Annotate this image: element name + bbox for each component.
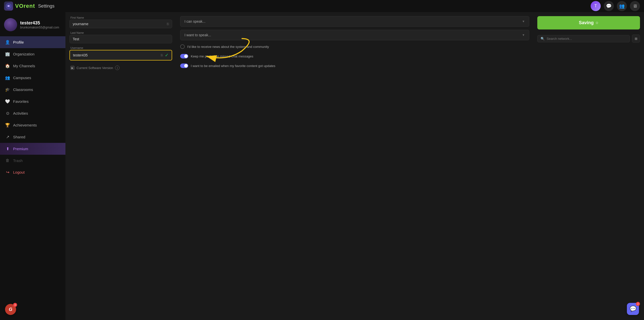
premium-icon: ⬆ [5,146,10,151]
form-panel: First Name ⎘ Last Name Username ⎘ [65,12,176,320]
chat-float-button[interactable]: 💬 2 [627,303,639,315]
favorites-icon: 🤍 [5,99,10,104]
checkbox-label-3: I want to be emailed when my favorite co… [191,64,275,68]
main-layout: tester435 brunkomaksin55@gmail.com 👤 Pro… [0,12,644,320]
save-panel: Saving ○ 🔍 ⊞ [533,12,644,320]
topbar-actions: T 💬 👥 🖥 [591,1,640,11]
save-button[interactable]: Saving ○ [537,16,640,29]
logo-icon [5,3,12,10]
sidebar-item-label: Campuses [13,76,31,80]
first-name-label: First Name [69,16,172,19]
check-icon: ✓ [165,52,169,58]
sidebar-item-label: Premium [13,147,28,151]
logo-text: VOrent [15,3,35,9]
username-input[interactable] [73,53,159,57]
checkbox-row-1: I'd like to receive news about the syste… [180,43,529,50]
last-name-input[interactable] [73,37,169,41]
sidebar-item-logout[interactable]: ↪ Logout [0,166,65,178]
software-label: Current Software Version [77,66,113,70]
campuses-icon: 👥 [5,75,10,80]
want-speak-dropdown[interactable]: I want to speak... ▼ [180,30,529,40]
want-speak-dropdown-arrow: ▼ [522,33,525,37]
checkbox-toggle-2[interactable] [180,63,188,68]
options-panel: I can speak... ▼ I want to speak... ▼ I'… [176,12,533,320]
chat-icon-btn[interactable]: 💬 [604,1,614,11]
svg-point-1 [8,5,9,7]
username-group: Username ⎘ ✓ [69,46,172,60]
organization-icon: 🏢 [5,52,10,56]
users-icon-btn[interactable]: 👥 [617,1,627,11]
screen-icon-btn[interactable]: 🖥 [630,1,640,11]
shared-icon: ↗ [5,135,10,139]
search-input[interactable] [547,37,627,41]
last-name-group: Last Name [69,31,172,43]
classrooms-icon: 🎓 [5,87,10,92]
page-title: Settings [38,4,54,9]
logout-icon: ↪ [5,170,10,175]
search-icon: 🔍 [541,37,545,41]
checkbox-circle-1[interactable] [180,44,185,49]
chat-float-icon: 💬 [630,306,636,312]
sidebar-item-label: Trash [13,158,23,163]
username-label: Username [69,46,172,49]
sidebar-item-label: Achievements [13,123,37,127]
sidebar-item-activities[interactable]: ⊙ Activities [0,107,65,119]
sidebar-item-my-channels[interactable]: 🏠 My Channels [0,60,65,72]
sidebar-item-trash[interactable]: 🗑 Trash [0,155,65,166]
sidebar-item-campuses[interactable]: 👥 Campuses [0,72,65,84]
sidebar-item-label: Profile [13,40,24,44]
save-spinner-icon: ○ [596,20,598,25]
checkbox-toggle-1[interactable] [180,54,188,58]
sidebar-item-label: Logout [13,170,25,174]
first-name-row: ⎘ [69,20,172,28]
chat-float-badge: 2 [636,302,640,306]
want-speak-dropdown-text: I want to speak... [184,33,520,37]
software-section: ▶ Current Software Version i [69,63,172,72]
sidebar-email: brunkomaksin55@gmail.com [20,26,59,29]
info-icon[interactable]: i [115,66,120,70]
copy-icon-2[interactable]: ⎘ [161,53,163,57]
last-name-row [69,35,172,43]
sidebar-item-favorites[interactable]: 🤍 Favorites [0,95,65,107]
checkbox-row-3: I want to be emailed when my favorite co… [180,62,529,69]
sidebar-user: tester435 brunkomaksin55@gmail.com [0,16,65,36]
sidebar-item-label: Favorites [13,99,29,104]
sidebar-username: tester435 [20,20,59,26]
sidebar-item-label: Organization [13,52,34,56]
speak-dropdown[interactable]: I can speak... ▼ [180,16,529,27]
checkbox-label-1: I'd like to receive news about the syste… [187,45,269,49]
channels-icon: 🏠 [5,63,10,68]
copy-icon[interactable]: ⎘ [167,22,169,26]
checkbox-label-2: Keep me posted on missed chat messages [191,54,253,58]
sidebar-item-premium[interactable]: ⬆ Premium [0,143,65,155]
logo-area: VOrent [4,2,35,11]
content-area: First Name ⎘ Last Name Username ⎘ [65,12,644,320]
first-name-group: First Name ⎘ [69,16,172,28]
sidebar: tester435 brunkomaksin55@gmail.com 👤 Pro… [0,12,65,320]
sidebar-item-organization[interactable]: 🏢 Organization [0,48,65,60]
profile-icon: 👤 [5,40,10,45]
sidebar-item-profile[interactable]: 👤 Profile [0,36,65,48]
search-filter-row: 🔍 ⊞ [537,33,640,45]
speak-dropdown-arrow: ▼ [522,20,525,23]
software-toggle[interactable]: ▶ [70,66,74,70]
sidebar-item-classrooms[interactable]: 🎓 Classrooms [0,84,65,95]
speak-dropdown-text: I can speak... [184,19,520,23]
sidebar-item-label: My Channels [13,64,35,68]
trash-icon: 🗑 [5,158,10,163]
search-wrap: 🔍 [537,35,630,42]
avatar [4,18,17,31]
activities-icon: ⊙ [5,111,10,116]
user-avatar-topbar[interactable]: T [591,1,601,11]
sidebar-item-label: Classrooms [13,87,33,92]
grammarly-badge: 4 [13,303,17,307]
sidebar-item-label: Shared [13,135,25,139]
checkbox-row-2: Keep me posted on missed chat messages [180,53,529,59]
sidebar-item-achievements[interactable]: 🏆 Achievements [0,119,65,131]
first-name-input[interactable] [73,22,165,26]
grammarly-button[interactable]: G 4 [5,304,16,315]
filter-icon-btn[interactable]: ⊞ [632,35,640,43]
grammarly-letter: G [9,307,12,312]
sidebar-item-shared[interactable]: ↗ Shared [0,131,65,143]
username-row: ⎘ ✓ [69,50,172,60]
